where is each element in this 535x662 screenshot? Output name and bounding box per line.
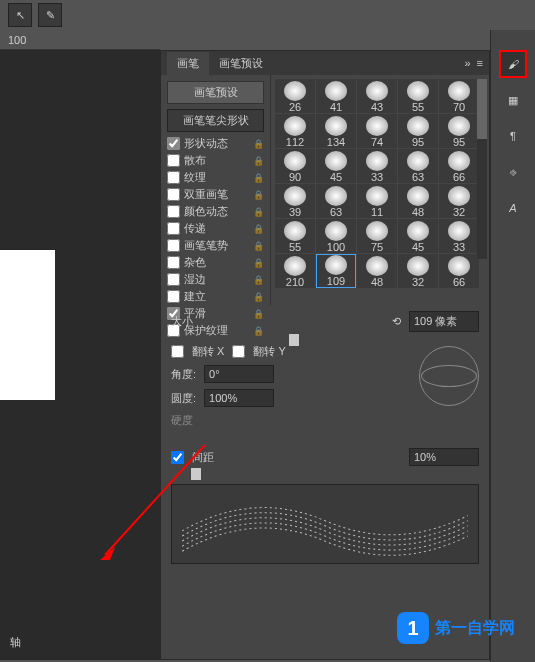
lock-icon[interactable]: 🔒: [253, 190, 264, 200]
option-3[interactable]: 双重画笔🔒: [163, 186, 268, 203]
flip-y-checkbox[interactable]: [232, 345, 245, 358]
option-checkbox-9[interactable]: [167, 290, 180, 303]
tab-brush-presets[interactable]: 画笔预设: [209, 52, 273, 75]
scrollbar[interactable]: [477, 79, 487, 259]
lock-icon[interactable]: 🔒: [253, 207, 264, 217]
lock-icon[interactable]: 🔒: [253, 326, 264, 336]
spacing-checkbox[interactable]: [171, 451, 184, 464]
brush-thumb-24[interactable]: 33: [439, 219, 479, 253]
canvas-area: 100 轴: [0, 30, 160, 660]
brush-thumb-12[interactable]: 33: [357, 149, 397, 183]
brush-thumb-21[interactable]: 100: [316, 219, 356, 253]
brush-thumb-28[interactable]: 32: [398, 254, 438, 288]
option-checkbox-8[interactable]: [167, 273, 180, 286]
thumb-size: 41: [330, 101, 342, 113]
brush-thumb-23[interactable]: 45: [398, 219, 438, 253]
brush-thumb-3[interactable]: 55: [398, 79, 438, 113]
brush-thumb-4[interactable]: 70: [439, 79, 479, 113]
brush-options-list: 画笔预设 画笔笔尖形状 形状动态🔒散布🔒纹理🔒双重画笔🔒颜色动态🔒传递🔒画笔笔势…: [161, 75, 271, 305]
brush-thumb-2[interactable]: 43: [357, 79, 397, 113]
brush-thumb-14[interactable]: 66: [439, 149, 479, 183]
flip-icon[interactable]: ⟲: [392, 315, 401, 328]
lock-icon[interactable]: 🔒: [253, 309, 264, 319]
brush-thumb-13[interactable]: 63: [398, 149, 438, 183]
brush-thumb-5[interactable]: 112: [275, 114, 315, 148]
brush-thumb-26[interactable]: 109: [316, 254, 356, 288]
axis-label: 轴: [10, 635, 21, 650]
option-checkbox-7[interactable]: [167, 256, 180, 269]
menu-icon[interactable]: ≡: [477, 57, 483, 69]
brush-thumb-6[interactable]: 134: [316, 114, 356, 148]
angle-control[interactable]: [419, 346, 479, 406]
brush-thumb-17[interactable]: 11: [357, 184, 397, 218]
option-checkbox-5[interactable]: [167, 222, 180, 235]
brush-thumb-16[interactable]: 63: [316, 184, 356, 218]
thumb-size: 48: [371, 276, 383, 288]
brush-thumb-11[interactable]: 45: [316, 149, 356, 183]
lock-icon[interactable]: 🔒: [253, 258, 264, 268]
option-checkbox-6[interactable]: [167, 239, 180, 252]
dock-swatches-button[interactable]: ▦: [499, 86, 527, 114]
thumb-size: 48: [412, 206, 424, 218]
option-6[interactable]: 画笔笔势🔒: [163, 237, 268, 254]
lock-icon[interactable]: 🔒: [253, 292, 264, 302]
option-checkbox-2[interactable]: [167, 171, 180, 184]
lock-icon[interactable]: 🔒: [253, 241, 264, 251]
option-4[interactable]: 颜色动态🔒: [163, 203, 268, 220]
brush-thumb-18[interactable]: 48: [398, 184, 438, 218]
option-checkbox-1[interactable]: [167, 154, 180, 167]
more-icon[interactable]: »: [464, 57, 470, 69]
spacing-input[interactable]: 10%: [409, 448, 479, 466]
character-icon: A: [509, 202, 516, 214]
brush-thumb-22[interactable]: 75: [357, 219, 397, 253]
brush-thumb-1[interactable]: 41: [316, 79, 356, 113]
dock-character-button[interactable]: A: [499, 194, 527, 222]
brush-thumb-15[interactable]: 39: [275, 184, 315, 218]
lock-icon[interactable]: 🔒: [253, 173, 264, 183]
option-2[interactable]: 纹理🔒: [163, 169, 268, 186]
thumb-size: 100: [327, 241, 345, 253]
tool-button-1[interactable]: ↖: [8, 3, 32, 27]
angle-input[interactable]: 0°: [204, 365, 274, 383]
brush-thumb-20[interactable]: 55: [275, 219, 315, 253]
brush-thumb-25[interactable]: 210: [275, 254, 315, 288]
option-5[interactable]: 传递🔒: [163, 220, 268, 237]
watermark-text: 第一自学网: [435, 618, 515, 639]
roundness-input[interactable]: 100%: [204, 389, 274, 407]
option-1[interactable]: 散布🔒: [163, 152, 268, 169]
brush-thumb-19[interactable]: 32: [439, 184, 479, 218]
lock-icon[interactable]: 🔒: [253, 156, 264, 166]
tab-brush[interactable]: 画笔: [167, 52, 209, 75]
brush-thumb-27[interactable]: 48: [357, 254, 397, 288]
option-checkbox-3[interactable]: [167, 188, 180, 201]
size-input[interactable]: 109 像素: [409, 311, 479, 332]
option-0[interactable]: 形状动态🔒: [163, 135, 268, 152]
hardness-label: 硬度: [171, 413, 193, 428]
option-checkbox-0[interactable]: [167, 137, 180, 150]
flip-x-checkbox[interactable]: [171, 345, 184, 358]
brush-thumb-7[interactable]: 74: [357, 114, 397, 148]
lock-icon[interactable]: 🔒: [253, 139, 264, 149]
stamp-icon: ⎆: [510, 166, 517, 178]
option-8[interactable]: 湿边🔒: [163, 271, 268, 288]
option-7[interactable]: 杂色🔒: [163, 254, 268, 271]
canvas[interactable]: [0, 250, 55, 400]
brush-presets-button[interactable]: 画笔预设: [167, 81, 264, 104]
brush-thumb-8[interactable]: 95: [398, 114, 438, 148]
option-checkbox-4[interactable]: [167, 205, 180, 218]
thumb-size: 90: [289, 171, 301, 183]
brush-thumb-9[interactable]: 95: [439, 114, 479, 148]
lock-icon[interactable]: 🔒: [253, 224, 264, 234]
dock-paragraph-button[interactable]: ¶: [499, 122, 527, 150]
brush-thumb-0[interactable]: 26: [275, 79, 315, 113]
brush-thumb-10[interactable]: 90: [275, 149, 315, 183]
scrollbar-thumb[interactable]: [477, 79, 487, 139]
tool-button-2[interactable]: ✎: [38, 3, 62, 27]
dock-stamp-button[interactable]: ⎆: [499, 158, 527, 186]
lock-icon[interactable]: 🔒: [253, 275, 264, 285]
brush-tip-shape-button[interactable]: 画笔笔尖形状: [167, 109, 264, 132]
brush-thumb-29[interactable]: 66: [439, 254, 479, 288]
dock-brushes-button[interactable]: 🖌: [499, 50, 527, 78]
option-9[interactable]: 建立🔒: [163, 288, 268, 305]
thumb-size: 74: [371, 136, 383, 148]
